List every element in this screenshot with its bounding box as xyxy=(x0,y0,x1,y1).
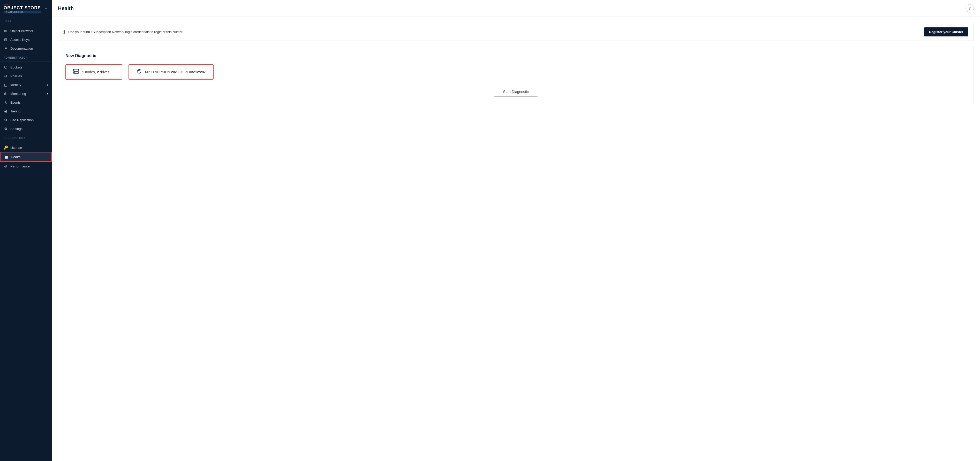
logo-license: ⚡ AGPL LICENSE xyxy=(4,11,41,13)
sidebar-section-subscription: Subscription 🔑 License ▦ Health ⊙ Perfor… xyxy=(0,133,52,171)
object-browser-label: Object Browser xyxy=(10,29,33,33)
settings-label: Settings xyxy=(10,127,22,131)
tiering-label: Tiering xyxy=(10,109,21,113)
sidebar-item-settings[interactable]: ⚙ Settings xyxy=(0,124,52,133)
diagnostic-cards: 1 nodes, 2 drives MinIO VERSION 2023-06- xyxy=(65,64,966,79)
policies-label: Policies xyxy=(10,74,22,78)
access-keys-label: Access Keys xyxy=(10,38,29,41)
svg-point-2 xyxy=(74,70,75,71)
monitoring-icon: ◎ xyxy=(4,92,8,96)
divider-user xyxy=(0,25,52,25)
identity-icon: ◫ xyxy=(4,83,8,87)
banner-message: Use your MinIO Subscription Network logi… xyxy=(68,30,183,34)
settings-icon: ⚙ xyxy=(4,127,8,131)
monitoring-label: Monitoring xyxy=(10,92,26,96)
svg-point-4 xyxy=(138,70,139,71)
sidebar: MINIO OBJECT STORE ⚡ AGPL LICENSE ← User… xyxy=(0,0,52,461)
site-replication-label: Site Replication xyxy=(10,118,33,122)
sidebar-item-tiering[interactable]: ◉ Tiering xyxy=(0,107,52,116)
minio-bird-icon xyxy=(136,68,142,76)
page-title: Health xyxy=(58,5,74,11)
chevron-down-icon: ▾ xyxy=(47,84,48,86)
server-icon xyxy=(73,69,79,75)
divider-administrator xyxy=(0,62,52,62)
license-label: License xyxy=(10,146,22,150)
sidebar-section-user: User ⊞ Object Browser ⊟ Access Keys ≡ Do… xyxy=(0,16,52,53)
site-replication-icon: ⚙ xyxy=(4,118,8,122)
section-label-administrator: Administrator xyxy=(0,53,52,60)
events-icon: λ xyxy=(4,100,8,105)
help-button[interactable]: ? xyxy=(966,4,974,13)
collapse-button[interactable]: ← xyxy=(44,6,48,11)
start-btn-container: Start Diagnostic xyxy=(65,87,966,97)
info-icon: ℹ xyxy=(64,29,65,35)
policies-icon: ⊙ xyxy=(4,74,8,78)
documentation-label: Documentation xyxy=(10,46,33,51)
sidebar-item-policies[interactable]: ⊙ Policies xyxy=(0,71,52,80)
divider-subscription xyxy=(0,142,52,142)
grid-icon: ⊞ xyxy=(4,29,8,33)
sidebar-item-object-browser[interactable]: ⊞ Object Browser xyxy=(0,26,52,35)
performance-label: Performance xyxy=(10,164,29,168)
svg-point-3 xyxy=(74,72,75,73)
sidebar-logo: MINIO OBJECT STORE ⚡ AGPL LICENSE ← xyxy=(0,0,52,16)
main-content: ℹ Use your MinIO Subscription Network lo… xyxy=(52,17,980,461)
agpl-icon: ⚡ xyxy=(5,11,8,13)
section-label-subscription: Subscription xyxy=(0,133,52,141)
chevron-down-icon-monitoring: ▾ xyxy=(47,92,48,95)
license-icon: 🔑 xyxy=(4,146,8,150)
logo-text: MINIO OBJECT STORE ⚡ AGPL LICENSE xyxy=(4,3,41,13)
buckets-icon: ⬡ xyxy=(4,65,8,69)
sidebar-item-monitoring[interactable]: ◎ Monitoring ▾ xyxy=(0,89,52,98)
sidebar-item-events[interactable]: λ Events xyxy=(0,98,52,107)
main-area: Health ? ℹ Use your MinIO Subscription N… xyxy=(52,0,980,461)
section-label-user: User xyxy=(0,16,52,24)
sidebar-item-license[interactable]: 🔑 License xyxy=(0,143,52,152)
sidebar-item-documentation[interactable]: ≡ Documentation xyxy=(0,44,52,53)
sidebar-item-performance[interactable]: ⊙ Performance xyxy=(0,162,52,171)
sidebar-item-identity[interactable]: ◫ Identity ▾ xyxy=(0,80,52,89)
sidebar-item-health[interactable]: ▦ Health xyxy=(0,152,52,162)
diagnostic-panel: New Diagnostic 1 nodes, 2 drives xyxy=(58,46,974,104)
sidebar-item-access-keys[interactable]: ⊟ Access Keys xyxy=(0,35,52,44)
sidebar-item-buckets[interactable]: ⬡ Buckets xyxy=(0,63,52,71)
doc-icon: ≡ xyxy=(4,46,8,51)
version-text: MinIO VERSION 2023-06-29T05:12:28Z xyxy=(145,70,206,74)
sidebar-section-administrator: Administrator ⬡ Buckets ⊙ Policies ◫ Ide… xyxy=(0,53,52,133)
diagnostic-title: New Diagnostic xyxy=(65,54,966,58)
nodes-drives-card: 1 nodes, 2 drives xyxy=(65,64,122,79)
events-label: Events xyxy=(10,100,21,105)
tiering-icon: ◉ xyxy=(4,109,8,113)
register-cluster-button[interactable]: Register your Cluster xyxy=(924,27,968,36)
key-icon: ⊟ xyxy=(4,38,8,41)
main-header: Health ? xyxy=(52,0,980,17)
logo-main: OBJECT STORE xyxy=(4,6,41,10)
banner-left: ℹ Use your MinIO Subscription Network lo… xyxy=(64,29,183,35)
nodes-drives-text: 1 nodes, 2 drives xyxy=(82,70,110,74)
health-label: Health xyxy=(11,155,21,159)
start-diagnostic-button[interactable]: Start Diagnostic xyxy=(494,87,538,97)
sidebar-item-site-replication[interactable]: ⚙ Site Replication xyxy=(0,116,52,124)
info-banner: ℹ Use your MinIO Subscription Network lo… xyxy=(58,23,974,41)
version-card: MinIO VERSION 2023-06-29T05:12:28Z xyxy=(129,64,213,79)
health-icon: ▦ xyxy=(4,155,8,159)
performance-icon: ⊙ xyxy=(4,164,8,168)
identity-label: Identity xyxy=(10,83,21,87)
buckets-label: Buckets xyxy=(10,65,22,69)
